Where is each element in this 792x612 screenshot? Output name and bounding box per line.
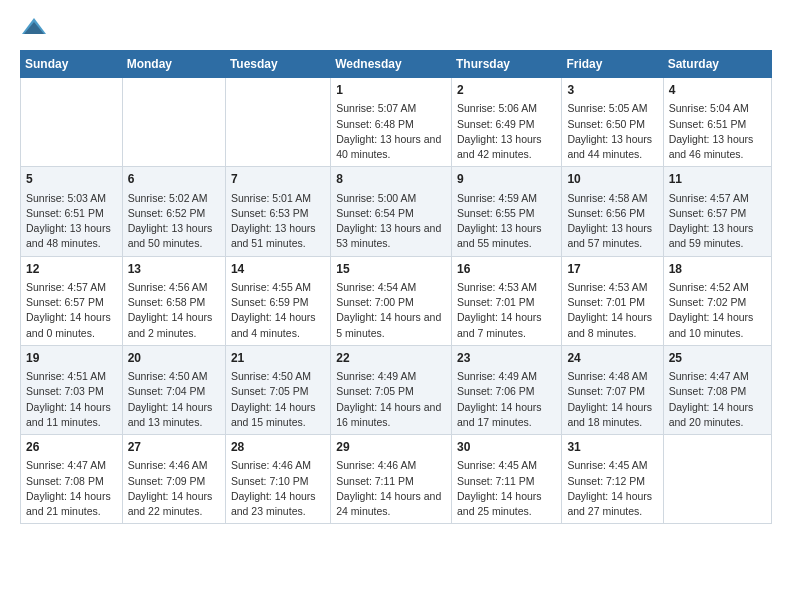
calendar-cell: 27Sunrise: 4:46 AM Sunset: 7:09 PM Dayli… [122,435,225,524]
day-number: 20 [128,350,220,367]
day-content: Sunrise: 4:54 AM Sunset: 7:00 PM Dayligh… [336,280,446,341]
calendar-cell: 4Sunrise: 5:04 AM Sunset: 6:51 PM Daylig… [663,78,771,167]
day-number: 12 [26,261,117,278]
day-content: Sunrise: 4:45 AM Sunset: 7:11 PM Dayligh… [457,458,556,519]
calendar-cell: 18Sunrise: 4:52 AM Sunset: 7:02 PM Dayli… [663,256,771,345]
day-content: Sunrise: 4:49 AM Sunset: 7:06 PM Dayligh… [457,369,556,430]
day-number: 28 [231,439,325,456]
day-content: Sunrise: 4:59 AM Sunset: 6:55 PM Dayligh… [457,191,556,252]
day-content: Sunrise: 4:47 AM Sunset: 7:08 PM Dayligh… [26,458,117,519]
day-content: Sunrise: 4:46 AM Sunset: 7:09 PM Dayligh… [128,458,220,519]
calendar-cell: 5Sunrise: 5:03 AM Sunset: 6:51 PM Daylig… [21,167,123,256]
day-content: Sunrise: 4:48 AM Sunset: 7:07 PM Dayligh… [567,369,657,430]
week-row-5: 26Sunrise: 4:47 AM Sunset: 7:08 PM Dayli… [21,435,772,524]
day-content: Sunrise: 4:51 AM Sunset: 7:03 PM Dayligh… [26,369,117,430]
day-content: Sunrise: 4:57 AM Sunset: 6:57 PM Dayligh… [26,280,117,341]
day-content: Sunrise: 5:03 AM Sunset: 6:51 PM Dayligh… [26,191,117,252]
day-number: 24 [567,350,657,367]
calendar-cell: 20Sunrise: 4:50 AM Sunset: 7:04 PM Dayli… [122,345,225,434]
day-number: 18 [669,261,766,278]
day-number: 1 [336,82,446,99]
logo [20,16,50,38]
day-content: Sunrise: 4:46 AM Sunset: 7:11 PM Dayligh… [336,458,446,519]
calendar-cell: 23Sunrise: 4:49 AM Sunset: 7:06 PM Dayli… [451,345,561,434]
day-number: 21 [231,350,325,367]
week-row-4: 19Sunrise: 4:51 AM Sunset: 7:03 PM Dayli… [21,345,772,434]
day-content: Sunrise: 4:53 AM Sunset: 7:01 PM Dayligh… [567,280,657,341]
day-number: 23 [457,350,556,367]
day-number: 3 [567,82,657,99]
header-thursday: Thursday [451,51,561,78]
week-row-1: 1Sunrise: 5:07 AM Sunset: 6:48 PM Daylig… [21,78,772,167]
calendar-cell: 25Sunrise: 4:47 AM Sunset: 7:08 PM Dayli… [663,345,771,434]
day-number: 5 [26,171,117,188]
calendar-cell: 11Sunrise: 4:57 AM Sunset: 6:57 PM Dayli… [663,167,771,256]
day-content: Sunrise: 4:55 AM Sunset: 6:59 PM Dayligh… [231,280,325,341]
day-number: 16 [457,261,556,278]
calendar-cell: 28Sunrise: 4:46 AM Sunset: 7:10 PM Dayli… [225,435,330,524]
day-number: 25 [669,350,766,367]
day-number: 14 [231,261,325,278]
day-number: 19 [26,350,117,367]
day-content: Sunrise: 4:57 AM Sunset: 6:57 PM Dayligh… [669,191,766,252]
day-number: 26 [26,439,117,456]
calendar-cell: 14Sunrise: 4:55 AM Sunset: 6:59 PM Dayli… [225,256,330,345]
day-number: 15 [336,261,446,278]
day-content: Sunrise: 4:45 AM Sunset: 7:12 PM Dayligh… [567,458,657,519]
day-content: Sunrise: 4:49 AM Sunset: 7:05 PM Dayligh… [336,369,446,430]
day-number: 4 [669,82,766,99]
day-content: Sunrise: 4:50 AM Sunset: 7:05 PM Dayligh… [231,369,325,430]
day-content: Sunrise: 5:05 AM Sunset: 6:50 PM Dayligh… [567,101,657,162]
calendar-cell [21,78,123,167]
day-content: Sunrise: 4:50 AM Sunset: 7:04 PM Dayligh… [128,369,220,430]
day-content: Sunrise: 5:07 AM Sunset: 6:48 PM Dayligh… [336,101,446,162]
calendar-cell: 8Sunrise: 5:00 AM Sunset: 6:54 PM Daylig… [331,167,452,256]
calendar-cell: 16Sunrise: 4:53 AM Sunset: 7:01 PM Dayli… [451,256,561,345]
day-content: Sunrise: 5:02 AM Sunset: 6:52 PM Dayligh… [128,191,220,252]
day-content: Sunrise: 5:04 AM Sunset: 6:51 PM Dayligh… [669,101,766,162]
calendar-cell: 3Sunrise: 5:05 AM Sunset: 6:50 PM Daylig… [562,78,663,167]
day-content: Sunrise: 4:47 AM Sunset: 7:08 PM Dayligh… [669,369,766,430]
calendar-cell: 22Sunrise: 4:49 AM Sunset: 7:05 PM Dayli… [331,345,452,434]
day-number: 27 [128,439,220,456]
day-number: 17 [567,261,657,278]
day-content: Sunrise: 5:01 AM Sunset: 6:53 PM Dayligh… [231,191,325,252]
week-row-2: 5Sunrise: 5:03 AM Sunset: 6:51 PM Daylig… [21,167,772,256]
calendar-cell: 21Sunrise: 4:50 AM Sunset: 7:05 PM Dayli… [225,345,330,434]
day-number: 6 [128,171,220,188]
calendar-cell: 6Sunrise: 5:02 AM Sunset: 6:52 PM Daylig… [122,167,225,256]
calendar-cell: 30Sunrise: 4:45 AM Sunset: 7:11 PM Dayli… [451,435,561,524]
header-monday: Monday [122,51,225,78]
calendar-cell: 1Sunrise: 5:07 AM Sunset: 6:48 PM Daylig… [331,78,452,167]
calendar-cell: 12Sunrise: 4:57 AM Sunset: 6:57 PM Dayli… [21,256,123,345]
day-number: 31 [567,439,657,456]
day-number: 2 [457,82,556,99]
calendar-cell: 24Sunrise: 4:48 AM Sunset: 7:07 PM Dayli… [562,345,663,434]
logo-icon [20,16,48,38]
day-content: Sunrise: 4:46 AM Sunset: 7:10 PM Dayligh… [231,458,325,519]
page-header [20,16,772,42]
day-content: Sunrise: 4:52 AM Sunset: 7:02 PM Dayligh… [669,280,766,341]
header-tuesday: Tuesday [225,51,330,78]
day-number: 29 [336,439,446,456]
header-wednesday: Wednesday [331,51,452,78]
week-row-3: 12Sunrise: 4:57 AM Sunset: 6:57 PM Dayli… [21,256,772,345]
calendar-cell: 7Sunrise: 5:01 AM Sunset: 6:53 PM Daylig… [225,167,330,256]
calendar-cell [122,78,225,167]
calendar-cell [225,78,330,167]
calendar-cell: 31Sunrise: 4:45 AM Sunset: 7:12 PM Dayli… [562,435,663,524]
day-number: 7 [231,171,325,188]
calendar-cell: 26Sunrise: 4:47 AM Sunset: 7:08 PM Dayli… [21,435,123,524]
header-saturday: Saturday [663,51,771,78]
day-content: Sunrise: 5:00 AM Sunset: 6:54 PM Dayligh… [336,191,446,252]
calendar-cell: 2Sunrise: 5:06 AM Sunset: 6:49 PM Daylig… [451,78,561,167]
header-sunday: Sunday [21,51,123,78]
calendar-header-row: SundayMondayTuesdayWednesdayThursdayFrid… [21,51,772,78]
day-number: 30 [457,439,556,456]
day-number: 11 [669,171,766,188]
day-number: 22 [336,350,446,367]
day-number: 8 [336,171,446,188]
day-content: Sunrise: 4:56 AM Sunset: 6:58 PM Dayligh… [128,280,220,341]
calendar-cell [663,435,771,524]
calendar-cell: 29Sunrise: 4:46 AM Sunset: 7:11 PM Dayli… [331,435,452,524]
